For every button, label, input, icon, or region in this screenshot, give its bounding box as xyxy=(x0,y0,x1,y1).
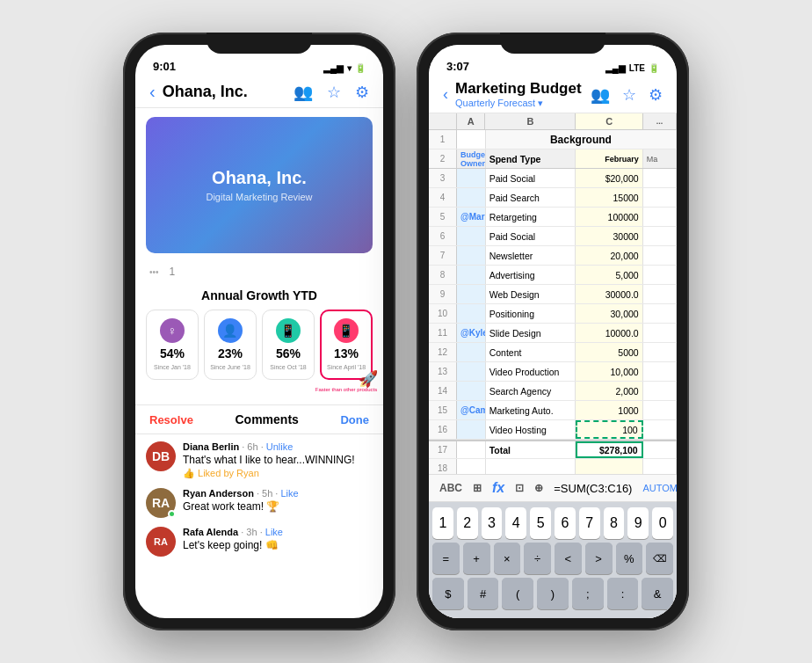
cell-6a[interactable] xyxy=(457,227,486,245)
cell-9c[interactable]: 30000.0 xyxy=(576,285,642,303)
people-icon[interactable]: 👥 xyxy=(294,83,313,102)
comment-action-2[interactable]: Like xyxy=(265,527,283,537)
cell-10b[interactable]: Positioning xyxy=(486,304,576,323)
cell-2a[interactable]: Budget Owner xyxy=(457,149,486,168)
cell-17d[interactable] xyxy=(643,441,677,458)
cell-7b[interactable]: Newsletter xyxy=(486,246,576,265)
comment-action-1[interactable]: Like xyxy=(280,488,298,499)
col-header-d[interactable]: ... xyxy=(643,113,677,129)
cell-7a[interactable] xyxy=(457,246,486,265)
cell-8b[interactable]: Advertising xyxy=(486,266,576,284)
cell-9d[interactable] xyxy=(643,285,677,303)
cell-18d[interactable] xyxy=(643,459,677,474)
cell-10c[interactable]: 30,000 xyxy=(576,304,642,323)
cell-12b[interactable]: Content xyxy=(486,343,576,361)
col-header-c[interactable]: C xyxy=(576,113,642,129)
cell-11d[interactable] xyxy=(643,324,677,342)
cell-12a[interactable] xyxy=(457,343,486,361)
comment-action-0[interactable]: Unlike xyxy=(266,441,294,452)
kbd-4[interactable]: 4 xyxy=(505,507,526,539)
col-header-a[interactable]: A xyxy=(457,113,485,129)
cell-1a[interactable] xyxy=(457,130,486,149)
settings-icon-right[interactable]: ⚙ xyxy=(649,85,663,105)
kbd-semicolon[interactable]: ; xyxy=(572,578,604,609)
cell-5c[interactable]: 100000 xyxy=(576,208,642,226)
cell-17c[interactable]: $278,100 xyxy=(576,441,642,458)
cell-6d[interactable] xyxy=(643,227,677,245)
kbd-hash[interactable]: # xyxy=(468,578,499,609)
cell-18a[interactable] xyxy=(457,459,486,474)
table-button[interactable]: ⊡ xyxy=(515,482,524,494)
cell-16c selected[interactable]: 100 xyxy=(576,420,642,439)
cell-18c[interactable] xyxy=(576,459,642,474)
cell-15c[interactable]: 1000 xyxy=(576,401,642,419)
back-icon-left[interactable]: ‹ xyxy=(149,82,156,102)
kbd-2[interactable]: 2 xyxy=(457,507,478,539)
kbd-5[interactable]: 5 xyxy=(530,507,551,539)
cell-16d[interactable] xyxy=(643,420,677,439)
cell-5b[interactable]: Retargeting xyxy=(486,208,576,226)
cell-2b[interactable]: Spend Type xyxy=(486,149,576,168)
cell-4b[interactable]: Paid Search xyxy=(486,188,576,207)
cell-1b-merged[interactable]: Background xyxy=(486,130,677,149)
cell-14a[interactable] xyxy=(457,382,486,400)
abc-button[interactable]: ABC xyxy=(439,482,462,494)
cell-15d[interactable] xyxy=(643,401,677,419)
grid-button[interactable]: ⊞ xyxy=(473,482,482,494)
kbd-times[interactable]: × xyxy=(494,543,521,574)
cell-9a[interactable] xyxy=(457,285,486,303)
kbd-equals[interactable]: = xyxy=(432,543,460,574)
cell-14b[interactable]: Search Agency xyxy=(486,382,576,400)
kbd-rparen[interactable]: ) xyxy=(537,578,569,609)
kbd-lparen[interactable]: ( xyxy=(502,578,533,609)
cell-10a[interactable] xyxy=(457,304,486,323)
cell-3d[interactable] xyxy=(643,169,677,187)
cell-12c[interactable]: 5000 xyxy=(576,343,642,361)
kbd-ampersand[interactable]: & xyxy=(642,578,673,609)
cell-9b[interactable]: Web Design xyxy=(486,285,576,303)
cell-10d[interactable] xyxy=(643,304,677,323)
done-button-left[interactable]: Done xyxy=(340,413,369,426)
cell-2d[interactable]: Ma xyxy=(643,149,677,168)
cell-8d[interactable] xyxy=(643,266,677,284)
formula-input[interactable]: =SUM(C3:C16) xyxy=(554,482,632,495)
cell-6b[interactable]: Paid Social xyxy=(486,227,576,245)
cell-4d[interactable] xyxy=(643,188,677,207)
kbd-3[interactable]: 3 xyxy=(482,507,503,539)
cell-11b[interactable]: Slide Design xyxy=(486,324,576,342)
cell-13c[interactable]: 10,000 xyxy=(576,362,642,381)
plus-button[interactable]: ⊕ xyxy=(534,482,543,494)
back-icon-right[interactable]: ‹ xyxy=(443,85,448,104)
cell-11c[interactable]: 10000.0 xyxy=(576,324,642,342)
cell-14d[interactable] xyxy=(643,382,677,400)
cell-3c[interactable]: $20,000 xyxy=(576,169,642,187)
kbd-8[interactable]: 8 xyxy=(604,507,625,539)
cell-13d[interactable] xyxy=(643,362,677,381)
cell-7d[interactable] xyxy=(643,246,677,265)
cell-15a[interactable]: @Camila xyxy=(457,401,486,419)
star-icon-right[interactable]: ☆ xyxy=(622,85,636,105)
cell-13b[interactable]: Video Production xyxy=(486,362,576,381)
kbd-colon[interactable]: : xyxy=(607,578,639,609)
cell-5d[interactable] xyxy=(643,208,677,226)
settings-icon[interactable]: ⚙ xyxy=(355,83,369,102)
cell-4a[interactable] xyxy=(457,188,486,207)
kbd-gt[interactable]: > xyxy=(585,543,613,574)
cell-12d[interactable] xyxy=(643,343,677,361)
cell-16a[interactable] xyxy=(457,420,486,439)
people-icon-right[interactable]: 👥 xyxy=(591,85,610,105)
kbd-6[interactable]: 6 xyxy=(555,507,576,539)
kbd-7[interactable]: 7 xyxy=(579,507,600,539)
star-icon[interactable]: ☆ xyxy=(327,83,341,102)
cell-14c[interactable]: 2,000 xyxy=(576,382,642,400)
kbd-0[interactable]: 0 xyxy=(652,507,673,539)
cell-3a[interactable] xyxy=(457,169,486,187)
auto-button[interactable]: AUTOMATIC▾ xyxy=(642,483,677,494)
cell-7c[interactable]: 20,000 xyxy=(576,246,642,265)
cell-17b[interactable]: Total xyxy=(486,441,576,458)
resolve-button[interactable]: Resolve xyxy=(149,413,193,426)
kbd-percent[interactable]: % xyxy=(616,543,643,574)
kbd-9[interactable]: 9 xyxy=(627,507,649,539)
cell-6c[interactable]: 30000 xyxy=(576,227,642,245)
cell-11a[interactable]: @Kyle xyxy=(457,324,486,342)
